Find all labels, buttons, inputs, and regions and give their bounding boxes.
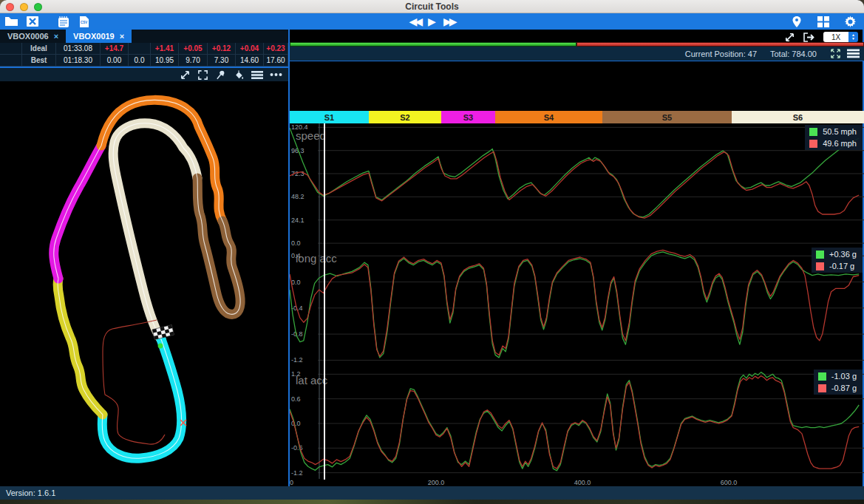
legend-swatch	[818, 384, 826, 392]
version-label: Version: 1.6.1	[6, 488, 55, 497]
traffic-lights	[6, 3, 42, 11]
sector-segment-s4[interactable]: S4	[495, 111, 602, 123]
lat-acc-graph[interactable]: 1.20.60.0-0.6-1.2lat acc-1.03 g-0.87 g	[290, 368, 864, 479]
tab-close-icon[interactable]: ×	[120, 32, 124, 41]
rewind-button[interactable]: ◀◀	[409, 14, 421, 29]
pin-map-button[interactable]	[215, 69, 226, 81]
playback-speed-select[interactable]: 1X ▲▼	[823, 32, 858, 42]
tab-vbox0006[interactable]: VBOX0006 ×	[0, 30, 66, 43]
fast-forward-button[interactable]: ▶▶	[443, 14, 455, 29]
csv-file-icon: CSV	[78, 16, 90, 28]
best-time: 01:18.30	[56, 55, 101, 67]
svg-text:24.1: 24.1	[291, 217, 305, 224]
zoom-window-button[interactable]	[34, 3, 42, 11]
legend-entry: 50.5 mph	[809, 127, 857, 136]
tab-label: VBOX0006	[7, 32, 49, 41]
session-notes-button[interactable]	[55, 15, 72, 28]
ideal-sector-delta: +0.23	[264, 43, 288, 55]
export-graph-button[interactable]	[803, 32, 816, 43]
legend-value: -0.87 g	[831, 384, 857, 392]
minimize-window-button[interactable]	[20, 3, 28, 11]
best-sector-time: 9.70	[179, 55, 208, 67]
settings-button[interactable]	[842, 15, 858, 28]
best-sector-time: 7.30	[208, 55, 236, 67]
table-cell	[0, 43, 22, 55]
best-sector-time: 17.60	[264, 55, 288, 67]
speed-legend: 50.5 mph49.6 mph	[805, 125, 863, 150]
long-acc-graph[interactable]: 0.40.0-0.4-0.8-1.2long acc+0.36 g-0.17 g	[290, 246, 864, 368]
map-view-button[interactable]	[789, 15, 805, 28]
ideal-delta: +14.7	[101, 43, 129, 55]
open-file-button[interactable]	[4, 15, 20, 28]
speed-graph[interactable]: 120.496.372.348.224.10.0speed50.5 mph49.…	[290, 123, 864, 246]
export-csv-button[interactable]: CSV	[76, 15, 92, 28]
speed-svg: 120.496.372.348.224.10.0speed	[290, 123, 864, 246]
table-cell	[0, 55, 22, 67]
best-value: 0.00	[101, 55, 129, 67]
expand-graphs-button[interactable]	[830, 48, 841, 59]
long-acc-svg: 0.40.0-0.4-0.8-1.2long acc	[290, 246, 864, 368]
legend-entry: -1.03 g	[818, 372, 857, 381]
fullscreen-map-button[interactable]	[197, 69, 208, 81]
legend-swatch	[816, 251, 824, 259]
resize-diagonal-button[interactable]	[180, 69, 191, 81]
legend-value: 49.6 mph	[823, 139, 857, 148]
sector-segment-s5[interactable]: S5	[602, 111, 732, 123]
titlebar: Circuit Tools	[0, 0, 864, 13]
resize-graph-button[interactable]	[784, 32, 795, 43]
hamburger-icon	[847, 49, 860, 58]
hamburger-icon	[251, 70, 263, 80]
stepper-arrows-icon[interactable]: ▲▼	[848, 32, 858, 42]
track-sector-s6	[113, 123, 197, 339]
legend-value: +0.36 g	[829, 250, 857, 259]
graph-cursor[interactable]	[324, 123, 325, 480]
file-close-icon	[25, 16, 40, 27]
more-options-button[interactable]	[270, 72, 282, 77]
track-sector-s2	[58, 279, 103, 415]
ideal-sector-delta: +0.05	[179, 43, 208, 55]
map-toolbar	[0, 68, 288, 81]
track-sector-s1	[102, 339, 181, 458]
current-position-label: Current Position: 47	[685, 50, 757, 58]
lat-acc-svg: 1.20.60.0-0.6-1.2lat acc	[290, 368, 864, 479]
layout-button[interactable]	[815, 15, 831, 28]
legend-swatch	[809, 140, 817, 148]
svg-text:speed: speed	[296, 129, 326, 142]
lap-times-table: Ideal 01:33.08 +14.7 +1.41 +0.05 +0.12 +…	[0, 43, 288, 67]
fill-color-button[interactable]	[233, 69, 245, 81]
legend-entry: 49.6 mph	[809, 139, 857, 148]
current-position-marker	[158, 344, 163, 349]
best-sector-time: 10.95	[151, 55, 179, 67]
paint-bucket-icon	[233, 69, 245, 81]
play-button[interactable]: ▶	[428, 14, 436, 29]
sector-segment-s3[interactable]: S3	[441, 111, 495, 123]
map-menu-button[interactable]	[251, 70, 263, 80]
svg-text:0.0: 0.0	[291, 420, 301, 427]
svg-text:-1.2: -1.2	[291, 356, 303, 364]
svg-text:0.0: 0.0	[291, 239, 301, 246]
track-map[interactable]	[0, 81, 288, 486]
playback-speed-value: 1X	[823, 32, 848, 42]
legend-value: -1.03 g	[831, 372, 857, 381]
export-icon	[803, 32, 816, 43]
x-tick-label: 0	[290, 479, 293, 486]
long-acc-legend: +0.36 g-0.17 g	[812, 248, 863, 273]
legend-swatch	[809, 128, 817, 136]
close-window-button[interactable]	[6, 3, 14, 11]
main-toolbar: CSV ◀◀ ▶ ▶▶	[0, 13, 864, 30]
close-file-button[interactable]	[24, 15, 41, 28]
window-title: Circuit Tools	[0, 0, 864, 13]
graph-controls: 1X ▲▼	[784, 31, 858, 43]
svg-text:72.3: 72.3	[291, 170, 305, 177]
ideal-sector-delta: +0.04	[236, 43, 264, 55]
ideal-row-label: Ideal	[22, 43, 56, 55]
graph-menu-button[interactable]	[847, 49, 860, 58]
legend-value: -0.17 g	[829, 262, 854, 270]
tab-close-icon[interactable]: ×	[54, 32, 58, 41]
sector-segment-s1[interactable]: S1	[290, 111, 369, 123]
sector-segment-s2[interactable]: S2	[369, 111, 441, 123]
pushpin-icon	[215, 69, 226, 81]
sector-segment-s6[interactable]: S6	[732, 111, 864, 123]
svg-text:long acc: long acc	[296, 252, 337, 265]
tab-vbox0019[interactable]: VBOX0019 ×	[66, 30, 132, 43]
